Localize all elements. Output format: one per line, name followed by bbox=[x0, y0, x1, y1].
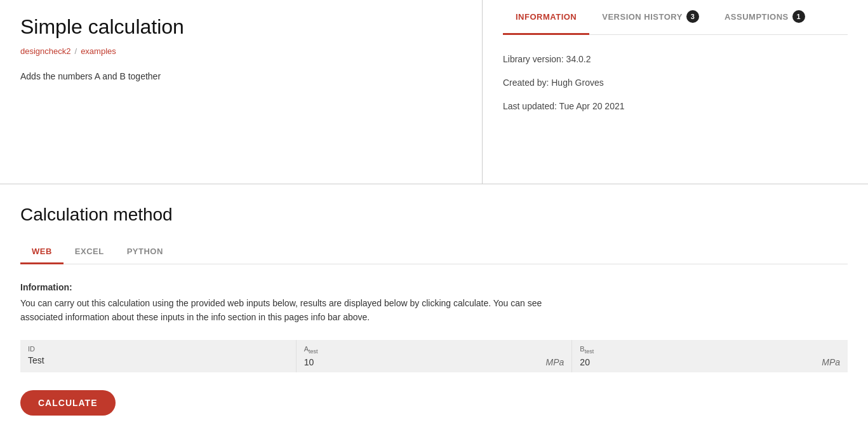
a-unit: MPa bbox=[546, 357, 564, 367]
info-text: You can carry out this calculation using… bbox=[20, 296, 566, 325]
breadcrumb-separator: / bbox=[75, 46, 77, 56]
calculate-button[interactable]: CALCULATE bbox=[20, 390, 116, 416]
b-sublabel: Btest bbox=[580, 345, 840, 355]
assumptions-badge: 1 bbox=[792, 10, 805, 23]
id-input-wrapper bbox=[28, 355, 288, 365]
tab-excel[interactable]: EXCEL bbox=[63, 240, 116, 264]
page-title: Simple calculation bbox=[20, 15, 462, 39]
id-input[interactable] bbox=[28, 355, 288, 365]
calculation-method-title: Calculation method bbox=[20, 205, 848, 225]
version-history-badge: 3 bbox=[686, 10, 699, 23]
a-input[interactable] bbox=[304, 357, 541, 367]
tab-information[interactable]: INFORMATION bbox=[503, 0, 589, 35]
info-tabs-header: INFORMATION VERSION HISTORY 3 ASSUMPTION… bbox=[503, 0, 848, 35]
b-unit: MPa bbox=[822, 357, 840, 367]
b-input-group: Btest MPa bbox=[572, 340, 848, 372]
page-description: Adds the numbers A and B together bbox=[20, 71, 462, 81]
tab-python[interactable]: PYTHON bbox=[116, 240, 175, 264]
tab-web[interactable]: WEB bbox=[20, 240, 63, 264]
breadcrumb-link-examples[interactable]: examples bbox=[81, 46, 116, 56]
created-by: Created by: Hugh Groves bbox=[503, 76, 848, 90]
b-input[interactable] bbox=[580, 357, 817, 367]
id-input-group: ID bbox=[20, 340, 297, 372]
tab-assumptions[interactable]: ASSUMPTIONS 1 bbox=[712, 0, 818, 35]
id-sublabel: ID bbox=[28, 345, 288, 353]
right-panel: INFORMATION VERSION HISTORY 3 ASSUMPTION… bbox=[483, 0, 868, 184]
breadcrumb-link-designcheck2[interactable]: designcheck2 bbox=[20, 46, 71, 56]
left-panel: Simple calculation designcheck2 / exampl… bbox=[0, 0, 483, 184]
info-label: Information: bbox=[20, 282, 848, 292]
web-info-block: Information: You can carry out this calc… bbox=[20, 282, 848, 325]
library-version: Library version: 34.0.2 bbox=[503, 53, 848, 66]
a-sublabel: Atest bbox=[304, 345, 564, 355]
tab-version-history[interactable]: VERSION HISTORY 3 bbox=[589, 0, 712, 35]
last-updated: Last updated: Tue Apr 20 2021 bbox=[503, 100, 848, 113]
info-content: Library version: 34.0.2 Created by: Hugh… bbox=[503, 53, 848, 113]
top-section: Simple calculation designcheck2 / exampl… bbox=[0, 0, 868, 184]
inputs-row: ID Atest MPa Btest MPa bbox=[20, 340, 848, 372]
b-input-wrapper: MPa bbox=[580, 357, 840, 367]
breadcrumb: designcheck2 / examples bbox=[20, 46, 462, 56]
a-input-wrapper: MPa bbox=[304, 357, 564, 367]
a-input-group: Atest MPa bbox=[297, 340, 573, 372]
bottom-section: Calculation method WEB EXCEL PYTHON Info… bbox=[0, 184, 868, 434]
method-tabs: WEB EXCEL PYTHON bbox=[20, 240, 848, 264]
